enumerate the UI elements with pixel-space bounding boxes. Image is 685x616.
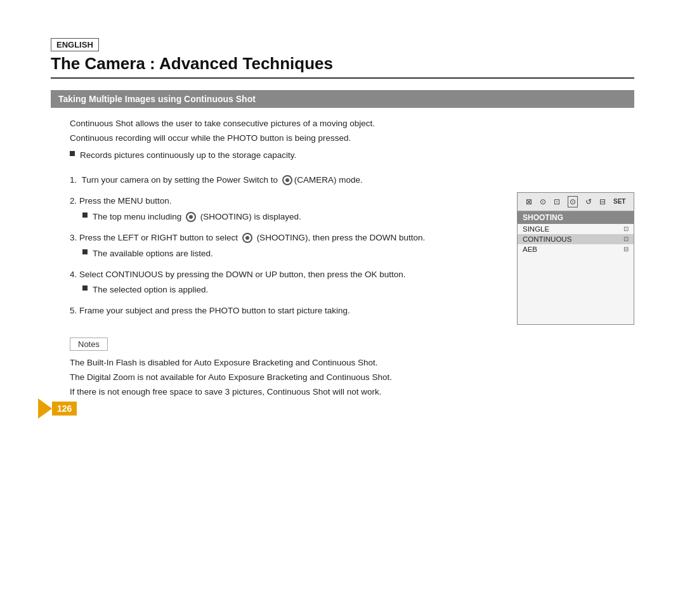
menu-icon-4-selected: ⊙ [568,196,578,207]
english-tag: ENGLISH [51,38,99,51]
step-4: 4. Select CONTINUOUS by pressing the DOW… [70,268,498,298]
note-3: If there is not enough free space to sav… [70,385,634,400]
steps-container: 1. Turn your camera on by setting the Po… [51,173,634,325]
step-4-main: 4. Select CONTINUOUS by pressing the DOW… [70,268,498,282]
menu-continuous-label: CONTINUOUS [523,235,571,243]
section-header: Taking Multiple Images using Continuous … [51,90,634,108]
bullet-icon-s4 [82,285,88,291]
step-5-main: 5. Frame your subject and press the PHOT… [70,304,498,318]
menu-aeb-icon: ⊟ [623,246,629,252]
menu-icon-set: SET [613,198,625,205]
menu-single-label: SINGLE [523,225,549,233]
bullet-icon-s3 [82,249,88,254]
note-1: The Built-In Flash is disabled for Auto … [70,356,634,370]
page: ENGLISH The Camera : Advanced Techniques… [0,0,685,438]
step-2-sub: The top menu including (SHOOTING) is dis… [82,210,498,225]
menu-continuous-icon: ⊡ [623,235,629,242]
intro-block: Continuous Shot allows the user to take … [70,117,634,163]
menu-icon-6: ⊟ [599,197,606,206]
menu-aeb-label: AEB [523,246,537,253]
menu-icon-5: ↺ [585,197,592,206]
page-number-triangle [38,398,52,419]
menu-icon-2: ⊙ [540,197,546,206]
step-1-num: 1. [70,175,79,185]
intro-line2: Continuous recording will occur while th… [70,131,634,146]
menu-title: SHOOTING [518,211,634,224]
notes-text: The Built-In Flash is disabled for Auto … [70,356,634,400]
intro-bullet: Records pictures continuously up to the … [70,148,634,163]
menu-icon-3: ⊡ [554,197,560,206]
note-2: The Digital Zoom is not available for Au… [70,370,634,385]
shooting-icon-s3 [242,233,252,243]
step-1: 1. Turn your camera on by setting the Po… [70,173,498,188]
page-number-value: 126 [52,402,77,416]
shooting-icon-s2 [186,212,196,222]
step-2-sub-text: The top menu including (SHOOTING) is dis… [93,210,301,225]
camera-menu-diagram: ⊠ ⊙ ⊡ ⊙ ↺ ⊟ SET SHOOTING SINGLE ⊡ CONTIN… [517,192,634,325]
step-1-text: Turn your camera on by setting the Power… [82,175,363,185]
camera-icon-s1 [282,175,292,185]
menu-item-continuous: CONTINUOUS ⊡ [518,234,634,244]
menu-item-aeb: AEB ⊟ [518,244,634,254]
step-3-sub-text: The available options are listed. [93,247,213,261]
step-5: 5. Frame your subject and press the PHOT… [70,304,498,318]
step-3-sub: The available options are listed. [82,247,498,261]
step-3-main: 3. Press the LEFT or RIGHT button to sel… [70,231,498,246]
bullet-icon-s2 [82,213,88,218]
intro-bullet-text: Records pictures continuously up to the … [80,148,296,163]
menu-item-single: SINGLE ⊡ [518,224,634,234]
page-title: The Camera : Advanced Techniques [51,54,634,79]
step-4-sub: The selected option is applied. [82,283,498,298]
bullet-icon [70,151,75,156]
page-number-block: 126 [38,398,77,419]
step-4-sub-text: The selected option is applied. [93,283,208,298]
menu-icon-1: ⊠ [526,197,532,206]
menu-single-icon: ⊡ [623,225,629,232]
step-2: 2. Press the MENU button. The top menu i… [70,194,498,225]
step-3: 3. Press the LEFT or RIGHT button to sel… [70,231,498,261]
intro-line1: Continuous Shot allows the user to take … [70,117,634,131]
notes-label: Notes [70,337,108,351]
language-label: ENGLISH [51,38,634,54]
notes-section: Notes The Built-In Flash is disabled for… [70,337,634,400]
step-2-main: 2. Press the MENU button. [70,194,498,209]
menu-icons-row: ⊠ ⊙ ⊡ ⊙ ↺ ⊟ SET [518,193,634,211]
steps-list: 1. Turn your camera on by setting the Po… [70,173,498,325]
